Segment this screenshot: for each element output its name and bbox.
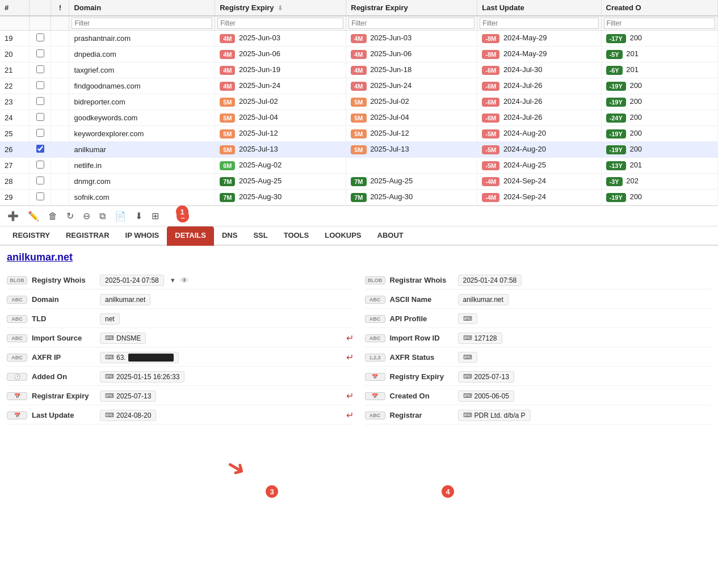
edit-button[interactable]: ✏️ (25, 209, 42, 222)
cell-checkbox[interactable] (29, 158, 51, 174)
table-row[interactable]: 29 sofnik.com 7M 2025-Aug-30 7M 2025-Aug… (0, 190, 718, 205)
cell-exclaim (51, 126, 69, 142)
cell-domain[interactable]: dnpedia.com (69, 47, 215, 62)
detail-value-inner[interactable]: ⌨ 127128 (458, 333, 502, 344)
add-button[interactable]: ➕ (5, 209, 22, 222)
remove-button[interactable]: ⊖ (80, 209, 93, 222)
detail-value-inner[interactable]: ⌨ 2024-08-20 (100, 410, 156, 421)
table-row[interactable]: 24 goodkeywords.com 5M 2025-Jul-04 5M 20… (0, 110, 718, 126)
cell-domain[interactable]: taxgrief.com (69, 62, 215, 78)
detail-action-arrow[interactable]: ↵ (346, 410, 354, 421)
table-row[interactable]: 21 taxgrief.com 4M 2025-Jun-19 4M 2025-J… (0, 62, 718, 78)
detail-value-inner[interactable]: anilkumar.net (100, 294, 150, 305)
detail-value-inner[interactable]: ⌨ 2005-06-05 (458, 390, 514, 402)
filter-lastupdate-input[interactable] (480, 18, 598, 29)
cell-rarexpiry: 5M 2025-Jul-02 (346, 94, 477, 110)
tab-ssl[interactable]: SSL (245, 226, 275, 246)
cell-domain[interactable]: goodkeywords.com (69, 110, 215, 126)
detail-value-inner[interactable]: ⌨63. (100, 352, 179, 363)
detail-value: 2025-01-24 07:58▾👁 (100, 275, 354, 286)
detail-action-arrow[interactable]: ↵ (346, 333, 354, 343)
tab-ip-whois[interactable]: IP WHOIS (117, 226, 167, 246)
detail-value-inner[interactable]: 2025-01-24 07:58 (458, 275, 522, 286)
grid-button[interactable]: ⊞ (149, 209, 162, 222)
tab-details[interactable]: DETAILS (167, 226, 214, 246)
filter-regexpiry[interactable] (215, 16, 346, 31)
table-row[interactable]: 25 keywordexplorer.com 5M 2025-Jul-12 5M… (0, 126, 718, 142)
detail-value-inner[interactable]: ⌨ (458, 352, 477, 363)
cell-domain[interactable]: sofnik.com (69, 190, 215, 205)
cell-domain[interactable]: netlife.in (69, 158, 215, 174)
filter-domain[interactable] (69, 16, 215, 31)
filter-lastupdate[interactable] (477, 16, 601, 31)
detail-action-arrow[interactable]: ↵ (346, 352, 354, 363)
col-header-last-update[interactable]: Last Update (477, 0, 601, 16)
col-header-registrar-expiry[interactable]: Registrar Expiry (346, 0, 477, 16)
detail-value-inner[interactable]: ⌨ (458, 313, 477, 324)
tab-registrar[interactable]: REGISTRAR (58, 226, 117, 246)
filter-rarexpiry-input[interactable] (348, 18, 475, 29)
cell-domain[interactable]: keywordexplorer.com (69, 126, 215, 142)
col-header-registry-expiry[interactable]: Registry Expiry ⬇ (215, 0, 346, 16)
detail-type-badge: BLOB (365, 276, 385, 284)
tab-lookups[interactable]: LOOKUPS (317, 226, 369, 246)
table-row[interactable]: 26 anilkumar 5M 2025-Jul-13 5M 2025-Jul-… (0, 142, 718, 158)
detail-label: API Profile (390, 314, 458, 323)
filter-createdon[interactable] (601, 16, 717, 31)
cell-domain[interactable]: prashantnair.com (69, 31, 215, 47)
detail-value-inner[interactable]: ⌨ 2025-07-13 (458, 371, 514, 383)
copy-button[interactable]: ⧉ (96, 210, 108, 222)
refresh-button[interactable]: ↻ (64, 209, 77, 222)
detail-value-inner[interactable]: ⌨ 2025-07-13 (100, 390, 156, 402)
filter-regexpiry-input[interactable] (217, 18, 343, 29)
cell-checkbox[interactable] (29, 174, 51, 190)
detail-eye-button[interactable]: 👁 (180, 276, 188, 285)
cell-exclaim (51, 78, 69, 94)
detail-action-arrow[interactable]: ↵ (346, 390, 354, 401)
annotation-circle-1: 1 (176, 205, 188, 218)
cell-exclaim (51, 94, 69, 110)
download-button[interactable]: ⬇ (132, 209, 145, 222)
detail-value-inner[interactable]: anilkumar.net (458, 294, 509, 305)
cell-checkbox[interactable] (29, 62, 51, 78)
table-row[interactable]: 22 findgoodnames.com 4M 2025-Jun-24 4M 2… (0, 78, 718, 94)
cell-domain[interactable]: dnmgr.com (69, 174, 215, 190)
cell-checkbox[interactable] (29, 142, 51, 158)
cell-checkbox[interactable] (29, 47, 51, 62)
cell-checkbox[interactable] (29, 31, 51, 47)
cell-checkbox[interactable] (29, 78, 51, 94)
filter-createdon-input[interactable] (604, 18, 715, 29)
table-row[interactable]: 19 prashantnair.com 4M 2025-Jun-03 4M 20… (0, 31, 718, 47)
detail-value-inner[interactable]: net (100, 313, 120, 325)
domain-title[interactable]: anilkumar.net (7, 251, 711, 263)
table-row[interactable]: 20 dnpedia.com 4M 2025-Jun-06 4M 2025-Ju… (0, 47, 718, 62)
table-row[interactable]: 28 dnmgr.com 7M 2025-Aug-25 7M 2025-Aug-… (0, 174, 718, 190)
filter-domain-input[interactable] (72, 18, 212, 29)
cell-checkbox[interactable] (29, 94, 51, 110)
cell-checkbox[interactable] (29, 190, 51, 205)
cell-checkbox[interactable] (29, 126, 51, 142)
tab-registry[interactable]: REGISTRY (5, 226, 58, 246)
duplicate-button[interactable]: 📄 (112, 209, 129, 222)
detail-value-inner[interactable]: ⌨ 2025-01-15 16:26:33 (100, 371, 184, 383)
table-row[interactable]: 27 netlife.in 6M 2025-Aug-02 -5M 2024-Au… (0, 158, 718, 174)
cell-domain[interactable]: anilkumar (69, 142, 215, 158)
tab-dns[interactable]: DNS (214, 226, 245, 246)
col-header-num[interactable]: # (0, 0, 29, 16)
col-header-domain[interactable]: Domain (69, 0, 215, 16)
filter-rarexpiry[interactable] (346, 16, 477, 31)
tab-tools[interactable]: TOOLS (276, 226, 317, 246)
detail-dropdown[interactable]: ▾ (171, 276, 175, 284)
tab-about[interactable]: ABOUT (370, 226, 412, 246)
delete-button[interactable]: 🗑 (45, 210, 60, 222)
detail-row: ABCImport Row ID⌨ 127128 (365, 329, 712, 347)
detail-value-inner[interactable]: ⌨ DNSME (100, 333, 146, 344)
detail-value-inner[interactable]: 2025-01-24 07:58 (100, 275, 164, 286)
detail-row: ABCAXFR IP⌨63.↵ (7, 348, 354, 367)
cell-checkbox[interactable] (29, 110, 51, 126)
table-row[interactable]: 23 bidreporter.com 5M 2025-Jul-02 5M 202… (0, 94, 718, 110)
col-header-created-on[interactable]: Created O (601, 0, 717, 16)
detail-value-inner[interactable]: ⌨ PDR Ltd. d/b/a P (458, 410, 531, 421)
cell-domain[interactable]: findgoodnames.com (69, 78, 215, 94)
cell-domain[interactable]: bidreporter.com (69, 94, 215, 110)
